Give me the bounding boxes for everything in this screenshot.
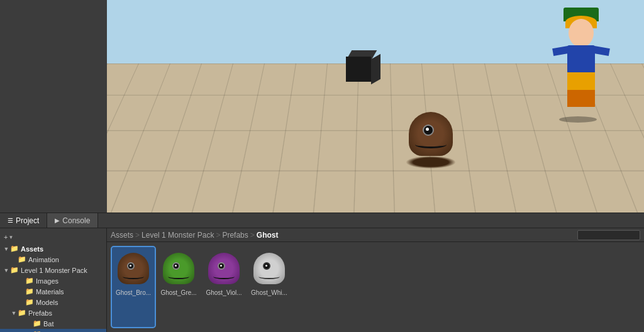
tree-item-materials[interactable]: 📁 Materials bbox=[0, 286, 106, 297]
level1-folder-icon: 📁 bbox=[10, 266, 19, 274]
images-folder-icon: 📁 bbox=[25, 277, 34, 285]
add-button[interactable]: + bbox=[4, 233, 8, 241]
bat-label: Bat bbox=[43, 320, 54, 328]
tree-item-level1monster[interactable]: ▼ 📁 Level 1 Monster Pack bbox=[0, 265, 106, 275]
ghost-purple-mouth bbox=[213, 274, 235, 279]
assets-folder-icon: 📁 bbox=[10, 245, 19, 253]
tree-item-ghost[interactable]: 📁 Ghost bbox=[0, 329, 106, 332]
search-input[interactable] bbox=[577, 230, 640, 240]
animation-label: Animation bbox=[28, 256, 59, 263]
breadcrumb-level1[interactable]: Level 1 Monster Pack bbox=[142, 231, 214, 240]
file-name-ghost-green: Ghost_Gre... bbox=[160, 289, 196, 297]
tab-console-label: Console bbox=[62, 216, 90, 225]
prefabs-folder-icon: 📁 bbox=[18, 309, 26, 317]
cube-front-face bbox=[346, 57, 371, 82]
assets-label: Assets bbox=[21, 245, 43, 253]
file-item-ghost-brown[interactable]: Ghost_Bro... bbox=[112, 247, 155, 327]
tree-item-images[interactable]: 📁 Images bbox=[0, 275, 106, 286]
animation-folder-icon: 📁 bbox=[18, 255, 26, 263]
character-legs bbox=[567, 72, 595, 107]
scene-view bbox=[107, 0, 644, 213]
breadcrumb-sep-1: > bbox=[135, 231, 140, 240]
breadcrumb-prefabs[interactable]: Prefabs bbox=[222, 231, 248, 240]
breadcrumb-sep-3: > bbox=[250, 231, 255, 240]
ghost-mouth bbox=[415, 141, 447, 148]
level1-label: Level 1 Monster Pack bbox=[21, 267, 87, 274]
ghost-white-mouth bbox=[258, 274, 280, 279]
top-area bbox=[0, 0, 644, 213]
file-thumb-ghost-purple bbox=[205, 250, 243, 287]
prefabs-label: Prefabs bbox=[28, 309, 52, 317]
ghost-green-eye bbox=[172, 262, 180, 270]
file-name-ghost-brown: Ghost_Bro... bbox=[116, 289, 151, 297]
project-content: + ▼ ▼ 📁 Assets 📁 Animation bbox=[0, 228, 644, 332]
tab-project[interactable]: ☰ Project bbox=[0, 213, 47, 228]
files-panel: Assets > Level 1 Monster Pack > Prefabs … bbox=[107, 228, 644, 332]
materials-label: Materials bbox=[36, 288, 64, 296]
ghost-green-mouth bbox=[168, 274, 189, 279]
file-item-ghost-white[interactable]: Ghost_Whi... bbox=[248, 247, 291, 327]
cube-right-face bbox=[371, 54, 380, 85]
breadcrumb-assets[interactable]: Assets bbox=[111, 231, 133, 240]
app-window: ☰ Project ▶ Console + ▼ ▼ � bbox=[0, 0, 644, 332]
character-head bbox=[569, 19, 594, 47]
tree-item-animation[interactable]: 📁 Animation bbox=[0, 254, 106, 265]
character-shadow bbox=[559, 116, 597, 123]
cube-object bbox=[346, 50, 380, 82]
character-arm-right bbox=[593, 46, 610, 56]
ghost-purple-preview bbox=[208, 253, 240, 284]
character-torso bbox=[567, 45, 595, 74]
materials-folder-icon: 📁 bbox=[25, 287, 34, 296]
add-arrow-icon: ▼ bbox=[8, 235, 13, 240]
ghost-brown-mouth bbox=[123, 274, 144, 279]
ghost-body bbox=[409, 112, 453, 156]
breadcrumb: Assets > Level 1 Monster Pack > Prefabs … bbox=[111, 231, 577, 240]
prefabs-expand-arrow: ▼ bbox=[10, 310, 18, 316]
bottom-panel: ☰ Project ▶ Console + ▼ ▼ � bbox=[0, 213, 644, 332]
file-thumb-ghost-green bbox=[160, 250, 197, 287]
ghost-brown-eye bbox=[127, 262, 135, 270]
ghost-purple-eye bbox=[218, 262, 225, 270]
models-label: Models bbox=[36, 299, 58, 306]
file-name-ghost-white: Ghost_Whi... bbox=[251, 289, 287, 297]
character-arm-left bbox=[552, 46, 569, 56]
models-folder-icon: 📁 bbox=[25, 298, 34, 306]
bat-folder-icon: 📁 bbox=[33, 319, 42, 328]
tree-panel: + ▼ ▼ 📁 Assets 📁 Animation bbox=[0, 228, 107, 332]
ghost-green-preview bbox=[163, 253, 194, 284]
tree-item-models[interactable]: 📁 Models bbox=[0, 297, 106, 307]
project-tab-icon: ☰ bbox=[8, 217, 13, 224]
tree-item-assets[interactable]: ▼ 📁 Assets bbox=[0, 243, 106, 254]
tree-item-prefabs[interactable]: ▼ 📁 Prefabs bbox=[0, 307, 106, 318]
console-tab-icon: ▶ bbox=[55, 217, 60, 224]
images-label: Images bbox=[36, 277, 58, 285]
toolbar-row: + ▼ bbox=[0, 231, 106, 243]
tab-console[interactable]: ▶ Console bbox=[47, 213, 98, 228]
character-body bbox=[556, 19, 606, 119]
tab-project-label: Project bbox=[16, 216, 39, 225]
character-object bbox=[556, 19, 606, 119]
scene-background bbox=[107, 0, 644, 213]
ghost-eye bbox=[423, 124, 434, 136]
file-name-ghost-purple: Ghost_Viol... bbox=[206, 289, 242, 297]
files-grid: Ghost_Bro... Ghost_Gre... bbox=[107, 242, 644, 332]
ghost-monster-object bbox=[409, 112, 453, 162]
ghost-white-eye bbox=[263, 262, 270, 270]
breadcrumb-bar: Assets > Level 1 Monster Pack > Prefabs … bbox=[107, 228, 644, 242]
file-thumb-ghost-brown bbox=[114, 250, 152, 287]
file-item-ghost-green[interactable]: Ghost_Gre... bbox=[157, 247, 200, 327]
breadcrumb-ghost[interactable]: Ghost bbox=[257, 231, 279, 240]
ghost-white-preview bbox=[253, 253, 285, 284]
level1-expand-arrow: ▼ bbox=[3, 267, 10, 274]
ghost-brown-preview bbox=[118, 253, 149, 284]
assets-expand-arrow: ▼ bbox=[3, 246, 10, 252]
ghost-fur bbox=[406, 156, 456, 169]
tab-bar: ☰ Project ▶ Console bbox=[0, 213, 644, 228]
file-item-ghost-purple[interactable]: Ghost_Viol... bbox=[203, 247, 245, 327]
breadcrumb-sep-2: > bbox=[216, 231, 220, 240]
left-sidebar bbox=[0, 0, 107, 213]
search-container bbox=[577, 230, 640, 240]
file-thumb-ghost-white bbox=[250, 250, 288, 287]
tree-item-bat[interactable]: 📁 Bat bbox=[0, 318, 106, 329]
